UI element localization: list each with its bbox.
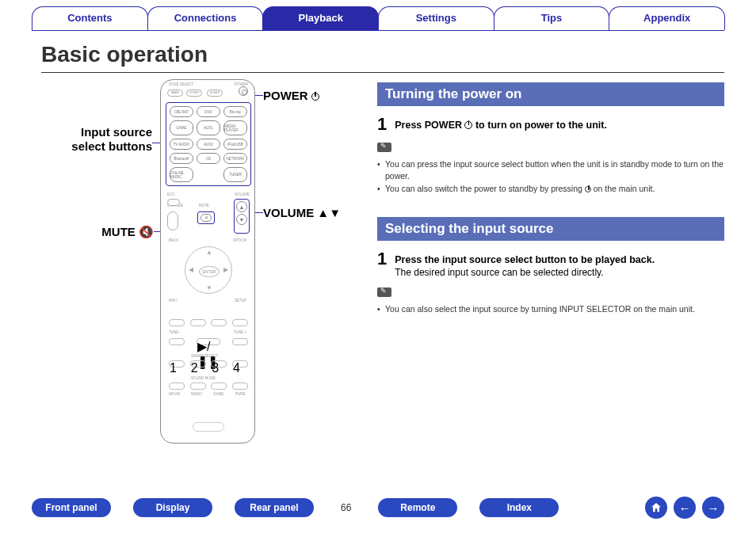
nav-rear-panel[interactable]: Rear panel bbox=[235, 498, 314, 517]
page-title: Basic operation bbox=[0, 31, 756, 70]
remote-dpad: ▲ ▼ ◀ ▶ bbox=[185, 246, 232, 294]
power-icon bbox=[311, 93, 319, 101]
input-step-number: 1 bbox=[377, 250, 387, 268]
nav-remote[interactable]: Remote bbox=[378, 498, 457, 517]
tab-settings[interactable]: Settings bbox=[378, 6, 494, 30]
power-icon bbox=[585, 186, 591, 192]
bottom-nav: Front panel Display Rear panel 66 Remote… bbox=[32, 497, 724, 519]
section-power-heading: Turning the power on bbox=[377, 82, 724, 106]
remote-diagram-area: POWER Input source select buttons VOLUME… bbox=[41, 79, 358, 459]
input-step-text: Press the input source select button to … bbox=[395, 250, 655, 265]
remote-illustration: ZONE SELECT POWER MAIN ZONE2 SLEEP CBL/S… bbox=[160, 79, 255, 444]
list-item: You can also select the input source by … bbox=[377, 303, 724, 315]
note-icon bbox=[377, 287, 391, 297]
home-icon[interactable] bbox=[645, 497, 667, 519]
nav-front-panel[interactable]: Front panel bbox=[32, 498, 111, 517]
remote-mute-box: ✕ bbox=[197, 211, 215, 224]
power-notes-list: You can press the input source select bu… bbox=[377, 158, 724, 195]
next-icon[interactable]: → bbox=[702, 497, 724, 519]
power-step-number: 1 bbox=[377, 116, 387, 133]
tab-connections[interactable]: Connections bbox=[147, 6, 264, 30]
content-column: Turning the power on 1 Press POWER to tu… bbox=[377, 79, 724, 459]
callout-mute: MUTE 🔇 bbox=[73, 225, 152, 239]
callout-input-source: Input source select buttons bbox=[41, 125, 152, 154]
callout-volume: VOLUME ▲▼ bbox=[263, 206, 341, 219]
tab-tips[interactable]: Tips bbox=[494, 6, 610, 30]
remote-volume-box: ▲ ▼ bbox=[234, 199, 250, 234]
remote-source-box: CBL/SAT DVD Blu-ray GAME AUX1 MEDIA PLAY… bbox=[166, 102, 251, 186]
input-step-sub: The desired input source can be selected… bbox=[395, 267, 655, 278]
section-input-heading: Selecting the input source bbox=[377, 217, 724, 241]
top-tabs: Contents Connections Playback Settings T… bbox=[0, 0, 756, 30]
tab-appendix[interactable]: Appendix bbox=[609, 6, 725, 30]
callout-power: POWER bbox=[263, 89, 319, 102]
power-icon bbox=[464, 121, 472, 129]
page-number: 66 bbox=[336, 502, 356, 513]
list-item: You can press the input source select bu… bbox=[377, 158, 724, 181]
nav-display[interactable]: Display bbox=[133, 498, 212, 517]
mute-icon: 🔇 bbox=[139, 225, 152, 238]
prev-icon[interactable]: ← bbox=[674, 497, 696, 519]
remote-power-button bbox=[239, 86, 248, 96]
nav-index[interactable]: Index bbox=[479, 498, 559, 517]
tab-playback[interactable]: Playback bbox=[262, 6, 379, 30]
input-notes-list: You can also select the input source by … bbox=[377, 303, 724, 315]
power-step-text: Press POWER to turn on power to the unit… bbox=[395, 116, 607, 131]
tab-contents[interactable]: Contents bbox=[32, 6, 148, 30]
list-item: You can also switch the power to standby… bbox=[377, 183, 724, 195]
note-icon bbox=[377, 143, 391, 152]
